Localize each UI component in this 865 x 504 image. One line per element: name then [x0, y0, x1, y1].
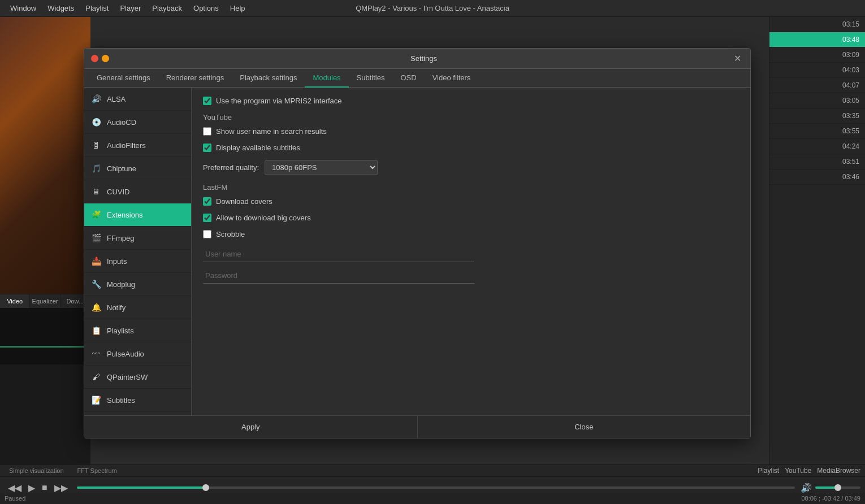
module-item-subtitles[interactable]: 📝Subtitles: [84, 389, 191, 412]
volume-handle[interactable]: [834, 484, 841, 491]
password-input[interactable]: [203, 268, 474, 284]
module-item-ffmpeg[interactable]: 🎬FFmpeg: [84, 227, 191, 250]
volume-bar[interactable]: [815, 486, 860, 489]
playlist-item-7[interactable]: 03:55: [769, 124, 865, 139]
module-icon-alsa: 🔊: [90, 93, 102, 105]
module-item-audiofilters[interactable]: 🎛AudioFilters: [84, 134, 191, 157]
module-item-pulseaudio[interactable]: 〰PulseAudio: [84, 342, 191, 366]
settings-footer: Apply Close: [84, 415, 750, 438]
progress-fill: [77, 486, 206, 489]
show-username-row: Show user name in search results: [203, 127, 739, 136]
show-username-label[interactable]: Show user name in search results: [216, 127, 327, 136]
module-item-playlists[interactable]: 📋Playlists: [84, 319, 191, 342]
download-covers-label[interactable]: Download covers: [216, 197, 273, 206]
tab-equalizer[interactable]: Equalizer: [30, 294, 60, 308]
playlist-item-2[interactable]: 03:09: [769, 47, 865, 63]
download-covers-checkbox[interactable]: [203, 197, 211, 206]
menu-widgets[interactable]: Widgets: [42, 3, 80, 14]
scrobble-label[interactable]: Scrobble: [216, 230, 245, 238]
module-item-inputs[interactable]: 📥Inputs: [84, 250, 191, 273]
playlist-item-10[interactable]: 03:46: [769, 170, 865, 185]
tab-video-filters[interactable]: Video filters: [425, 69, 479, 88]
download-big-covers-checkbox[interactable]: [203, 214, 211, 222]
playlist-item-1[interactable]: 03:48: [769, 32, 865, 47]
display-subtitles-label[interactable]: Display available subtitles: [216, 144, 300, 152]
playlist-item-0[interactable]: 03:15: [769, 17, 865, 32]
menu-bar: QMPlay2 - Various - I'm Outta Love - Ana…: [0, 0, 865, 17]
tab-video[interactable]: Video: [0, 294, 30, 308]
module-item-alsa[interactable]: 🔊ALSA: [84, 88, 191, 111]
minimize-button-traffic[interactable]: [102, 55, 109, 62]
nav-youtube[interactable]: YouTube: [785, 467, 811, 475]
module-item-notify[interactable]: 🔔Notify: [84, 296, 191, 319]
module-item-modplug[interactable]: 🔧Modplug: [84, 273, 191, 296]
username-input[interactable]: [203, 246, 474, 262]
quality-label: Preferred quality:: [203, 163, 259, 172]
module-icon-ffmpeg: 🎬: [90, 232, 102, 244]
playlist-items: 03:1503:4803:0904:0304:0703:0503:3503:55…: [769, 17, 865, 185]
settings-titlebar: Settings ✕: [84, 49, 750, 69]
settings-close-x[interactable]: ✕: [732, 53, 743, 64]
module-item-cuvid[interactable]: 🖥CUVID: [84, 180, 191, 203]
nav-mediabrowser[interactable]: MediaBrowser: [817, 467, 860, 475]
mpris-checkbox[interactable]: [203, 97, 211, 105]
module-item-qpaintersw[interactable]: 🖌QPainterSW: [84, 366, 191, 389]
download-big-covers-label[interactable]: Allow to download big covers: [216, 214, 311, 222]
close-button[interactable]: Close: [417, 416, 751, 438]
nav-playlist[interactable]: Playlist: [758, 467, 779, 475]
playlist-item-8[interactable]: 04:24: [769, 139, 865, 154]
module-item-audiocd[interactable]: 💿AudioCD: [84, 111, 191, 134]
settings-body: 🔊ALSA💿AudioCD🎛AudioFilters🎵Chiptune🖥CUVI…: [84, 88, 750, 415]
viz-tab-fft[interactable]: FFT Spectrum: [73, 466, 122, 475]
scrobble-checkbox[interactable]: [203, 230, 211, 238]
album-cover: [0, 17, 90, 294]
download-covers-row: Download covers: [203, 197, 739, 206]
module-list: 🔊ALSA💿AudioCD🎛AudioFilters🎵Chiptune🖥CUVI…: [84, 88, 192, 415]
module-icon-chiptune: 🎵: [90, 162, 102, 175]
visualization-area: [0, 308, 90, 364]
menu-window[interactable]: Window: [5, 3, 42, 14]
module-item-extensions[interactable]: 🧩Extensions: [84, 203, 191, 227]
menu-player[interactable]: Player: [114, 3, 146, 14]
main-area: Video Equalizer Dow... 03:1503:4803:0904…: [0, 17, 865, 464]
traffic-lights: [91, 55, 109, 62]
left-panel: Video Equalizer Dow...: [0, 17, 90, 464]
stop-button[interactable]: ■: [38, 481, 51, 494]
menu-playlist[interactable]: Playlist: [80, 3, 114, 14]
status-bar: Paused 00:06 ; -03:42 / 03:49: [0, 493, 865, 504]
progress-handle[interactable]: [202, 484, 209, 491]
progress-bar[interactable]: [77, 486, 795, 489]
tab-osd[interactable]: OSD: [392, 69, 424, 88]
apply-button[interactable]: Apply: [84, 416, 417, 438]
menu-playback[interactable]: Playback: [146, 3, 188, 14]
volume-area: 🔊: [801, 483, 860, 493]
scrobble-row: Scrobble: [203, 230, 739, 238]
volume-icon[interactable]: 🔊: [801, 483, 812, 493]
playlist-item-3[interactable]: 04:03: [769, 63, 865, 78]
playlist-item-5[interactable]: 03:05: [769, 93, 865, 108]
status-time: 00:06 ; -03:42 / 03:49: [801, 495, 860, 502]
menu-help[interactable]: Help: [224, 3, 251, 14]
playlist-item-4[interactable]: 04:07: [769, 78, 865, 93]
display-subtitles-row: Display available subtitles: [203, 144, 739, 152]
tab-general-settings[interactable]: General settings: [89, 69, 158, 88]
tab-renderer-settings[interactable]: Renderer settings: [158, 69, 232, 88]
tab-modules[interactable]: Modules: [305, 69, 348, 88]
module-item-chiptune[interactable]: 🎵Chiptune: [84, 157, 191, 180]
module-icon-notify: 🔔: [90, 301, 102, 314]
playlist-item-6[interactable]: 03:35: [769, 108, 865, 124]
tab-subtitles[interactable]: Subtitles: [349, 69, 393, 88]
menu-options[interactable]: Options: [188, 3, 224, 14]
show-username-checkbox[interactable]: [203, 127, 211, 136]
viz-tab-simple[interactable]: Simple visualization: [5, 466, 68, 475]
module-icon-inputs: 📥: [90, 255, 102, 267]
mpris-label[interactable]: Use the program via MPRIS2 interface: [216, 97, 342, 105]
tab-playback-settings[interactable]: Playback settings: [232, 69, 305, 88]
module-icon-qpaintersw: 🖌: [90, 371, 102, 383]
close-button-traffic[interactable]: [91, 55, 98, 62]
settings-tabs: General settings Renderer settings Playb…: [84, 69, 750, 88]
playlist-item-9[interactable]: 03:51: [769, 154, 865, 170]
display-subtitles-checkbox[interactable]: [203, 144, 211, 152]
quality-select[interactable]: 1080p 60FPS 144p 240p 360p 480p 720p 720…: [265, 160, 378, 175]
settings-dialog: Settings ✕ General settings Renderer set…: [84, 48, 751, 438]
